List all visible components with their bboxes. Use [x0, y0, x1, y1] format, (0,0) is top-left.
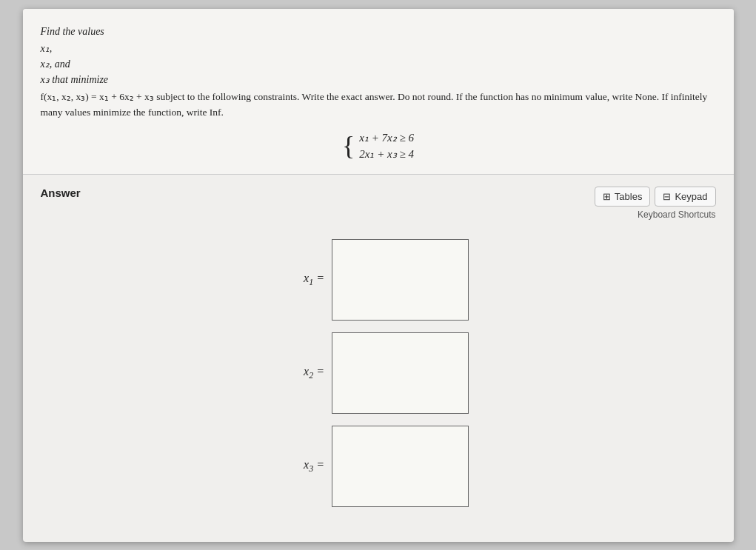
input-row-x1: x1 = — [287, 239, 469, 321]
keypad-button[interactable]: ⊟ Keypad — [655, 187, 715, 207]
toolbar-buttons: ⊞ Tables ⊟ Keypad Keyboard Shortcuts — [595, 187, 716, 220]
x3-answer-box[interactable] — [332, 426, 469, 507]
input-row-x2: x2 = — [287, 332, 469, 414]
var3-text: x₃ that minimize — [41, 72, 716, 87]
constraints-brace: { x₁ + 7x₂ ≥ 6 2x₁ + x₃ ≥ 4 — [342, 131, 414, 161]
answer-header-row: Answer ⊞ Tables ⊟ Keypad Keyboard Shortc… — [41, 187, 716, 220]
var2-text: x₂, and — [41, 56, 716, 72]
function-desc-text: f(x₁, x₂, x₃) = x₁ + 6x₂ + x₃ subject to… — [41, 89, 716, 121]
find-values-text: Find the values — [41, 24, 716, 39]
x2-label: x2 = — [287, 365, 324, 381]
constraint1-text: x₁ + 7x₂ ≥ 6 — [359, 131, 414, 144]
tables-button[interactable]: ⊞ Tables — [595, 187, 651, 207]
constraint-lines: x₁ + 7x₂ ≥ 6 2x₁ + x₃ ≥ 4 — [359, 131, 414, 161]
input-row-x3: x3 = — [287, 426, 469, 507]
question-section: Find the values x₁, x₂, and x₃ that mini… — [23, 9, 734, 175]
keyboard-shortcuts-link[interactable]: Keyboard Shortcuts — [638, 209, 715, 220]
toolbar-row: ⊞ Tables ⊟ Keypad — [595, 187, 716, 207]
var1-text: x₁, — [41, 41, 716, 56]
answer-label: Answer — [41, 187, 81, 199]
x2-answer-box[interactable] — [332, 332, 469, 414]
x1-answer-box[interactable] — [332, 239, 469, 321]
tables-icon: ⊞ — [603, 191, 611, 202]
tables-button-label: Tables — [615, 191, 643, 202]
brace-symbol: { — [342, 133, 355, 159]
keypad-button-label: Keypad — [675, 191, 707, 202]
keypad-icon: ⊟ — [663, 191, 671, 202]
question-text: Find the values x₁, x₂, and x₃ that mini… — [41, 24, 716, 121]
constraint2-text: 2x₁ + x₃ ≥ 4 — [359, 147, 414, 161]
inputs-area: x1 = x2 = x3 = — [41, 239, 716, 507]
x1-label: x1 = — [287, 272, 324, 288]
x3-label: x3 = — [287, 458, 324, 474]
constraints-container: { x₁ + 7x₂ ≥ 6 2x₁ + x₃ ≥ 4 — [41, 131, 716, 161]
answer-section: Answer ⊞ Tables ⊟ Keypad Keyboard Shortc… — [23, 175, 734, 542]
main-container: Find the values x₁, x₂, and x₃ that mini… — [23, 9, 734, 542]
